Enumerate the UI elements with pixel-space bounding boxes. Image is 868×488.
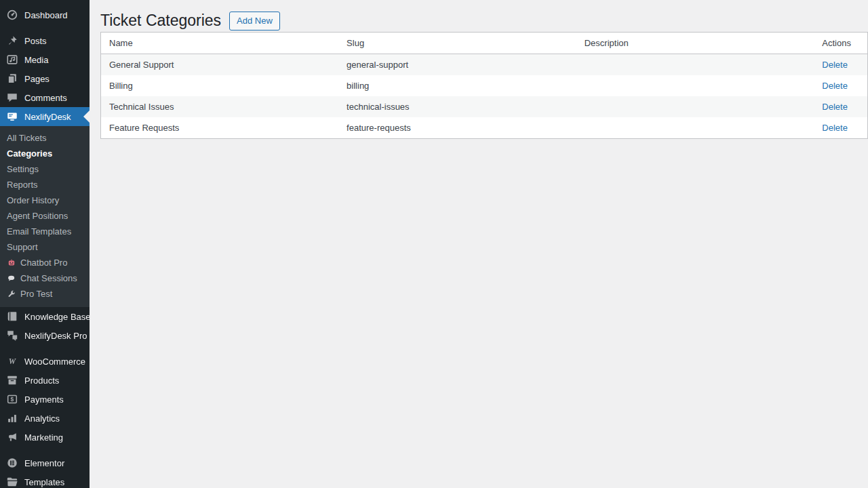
cell-name: Technical Issues — [101, 96, 339, 117]
submenu-item-agent-positions[interactable]: Agent Positions — [0, 208, 90, 224]
bar-chart-icon — [6, 412, 18, 424]
sidebar-item-analytics[interactable]: Analytics — [0, 409, 90, 428]
comment-icon — [6, 92, 18, 104]
sidebar-item-woocommerce[interactable]: WWooCommerce — [0, 352, 90, 371]
sidebar-item-label: NexlifyDesk — [24, 112, 71, 122]
sidebar-item-payments[interactable]: $Payments — [0, 390, 90, 409]
megaphone-icon — [6, 431, 18, 443]
submenu-item-support[interactable]: Support — [0, 239, 90, 255]
sidebar-item-templates[interactable]: Templates — [0, 472, 90, 488]
submenu-item-label: All Tickets — [7, 133, 47, 143]
table-header-row: NameSlugDescriptionActions — [101, 33, 868, 54]
submenu-item-all-tickets[interactable]: All Tickets — [0, 130, 90, 146]
submenu-item-label: Pro Test — [20, 289, 52, 299]
dollar-icon: $ — [6, 393, 18, 405]
submenu-item-label: Support — [7, 242, 38, 252]
pushpin-icon — [6, 35, 18, 47]
submenu-item-chatbot-pro[interactable]: Chatbot Pro — [0, 255, 90, 270]
sidebar-item-label: Products — [24, 375, 59, 386]
cell-description — [576, 54, 814, 76]
book-icon — [6, 310, 18, 323]
submenu-item-pro-test[interactable]: Pro Test — [0, 286, 90, 302]
submenu-item-label: Chat Sessions — [20, 273, 77, 283]
sidebar-item-label: WooCommerce — [24, 357, 85, 367]
cell-actions: Delete — [814, 54, 867, 76]
sidebar-item-elementor[interactable]: Elementor — [0, 453, 90, 472]
chat-double-icon — [6, 329, 18, 342]
submenu-item-label: Categories — [7, 148, 52, 159]
sidebar-item-label: Posts — [24, 36, 47, 46]
sidebar-item-knowledge-base[interactable]: Knowledge Base — [0, 307, 90, 326]
svg-text:W: W — [9, 357, 17, 366]
add-new-button[interactable]: Add New — [229, 12, 280, 30]
sidebar-item-label: Marketing — [24, 432, 63, 443]
submenu-item-label: Order History — [7, 195, 59, 205]
sidebar-item-comments[interactable]: Comments — [0, 88, 90, 107]
admin-sidebar: DashboardPostsMediaPagesCommentsNexlifyD… — [0, 0, 90, 488]
admin-menu: DashboardPostsMediaPagesCommentsNexlifyD… — [0, 0, 90, 488]
column-header: Description — [576, 33, 814, 54]
cell-actions: Delete — [814, 96, 867, 117]
sidebar-item-posts[interactable]: Posts — [0, 31, 90, 50]
cell-actions: Delete — [814, 117, 867, 139]
chat-bubble-icon — [7, 274, 16, 283]
elementor-icon — [6, 457, 18, 469]
sidebar-item-marketing[interactable]: Marketing — [0, 428, 90, 447]
media-icon — [6, 54, 18, 66]
sidebar-item-dashboard[interactable]: Dashboard — [0, 5, 90, 24]
submenu-item-categories[interactable]: Categories — [0, 146, 90, 161]
cell-description — [576, 117, 814, 139]
helpdesk-icon — [6, 110, 18, 123]
cell-name: Billing — [101, 75, 339, 96]
page-title: Ticket Categories — [100, 11, 221, 31]
submenu-item-settings[interactable]: Settings — [0, 161, 90, 177]
cell-name: Feature Requests — [101, 117, 339, 139]
submenu-item-label: Reports — [7, 180, 38, 190]
sidebar-item-label: Analytics — [24, 413, 60, 424]
pages-icon — [6, 73, 18, 85]
column-header: Actions — [814, 33, 867, 54]
categories-table: NameSlugDescriptionActions General Suppo… — [100, 32, 868, 139]
sidebar-item-label: Dashboard — [24, 10, 68, 20]
sidebar-item-nexlifydesk-pro[interactable]: NexlifyDesk Pro — [0, 326, 90, 345]
submenu-item-label: Email Templates — [7, 226, 71, 237]
submenu-item-order-history[interactable]: Order History — [0, 192, 90, 208]
delete-link[interactable]: Delete — [822, 60, 848, 70]
cell-description — [576, 75, 814, 96]
table-row: Technical Issuestechnical-issuesDelete — [101, 96, 868, 117]
cell-description — [576, 96, 814, 117]
wrench-icon — [7, 289, 16, 299]
table-row: BillingbillingDelete — [101, 75, 868, 96]
sidebar-item-label: Pages — [24, 74, 50, 84]
cell-name: General Support — [101, 54, 339, 76]
sidebar-item-label: Elementor — [24, 458, 64, 468]
sidebar-item-label: Knowledge Base — [24, 312, 91, 322]
robot-icon — [7, 258, 16, 268]
sidebar-item-label: Comments — [24, 93, 67, 103]
delete-link[interactable]: Delete — [822, 102, 848, 112]
submenu-item-chat-sessions[interactable]: Chat Sessions — [0, 270, 90, 286]
delete-link[interactable]: Delete — [822, 81, 848, 91]
submenu-item-email-templates[interactable]: Email Templates — [0, 224, 90, 239]
column-header: Name — [101, 33, 339, 54]
sidebar-item-label: Media — [24, 55, 48, 65]
delete-link[interactable]: Delete — [822, 123, 848, 133]
submenu-item-reports[interactable]: Reports — [0, 177, 90, 192]
menu-separator — [0, 345, 90, 352]
menu-separator — [0, 447, 90, 453]
content-area: Ticket Categories Add New NameSlugDescri… — [90, 0, 868, 139]
cell-slug: technical-issues — [338, 96, 576, 117]
cell-slug: billing — [338, 75, 576, 96]
column-header: Slug — [338, 33, 576, 54]
folder-icon — [6, 476, 18, 488]
sidebar-item-nexlifydesk[interactable]: NexlifyDesk — [0, 107, 90, 126]
sidebar-item-label: Templates — [24, 477, 64, 487]
nexlifydesk-submenu: All TicketsCategoriesSettingsReportsOrde… — [0, 126, 90, 307]
submenu-item-label: Settings — [7, 164, 39, 174]
menu-separator — [0, 24, 90, 31]
sidebar-item-pages[interactable]: Pages — [0, 69, 90, 88]
sidebar-item-products[interactable]: Products — [0, 371, 90, 390]
sidebar-item-media[interactable]: Media — [0, 50, 90, 69]
archive-icon — [6, 374, 18, 386]
cell-slug: feature-requests — [338, 117, 576, 139]
